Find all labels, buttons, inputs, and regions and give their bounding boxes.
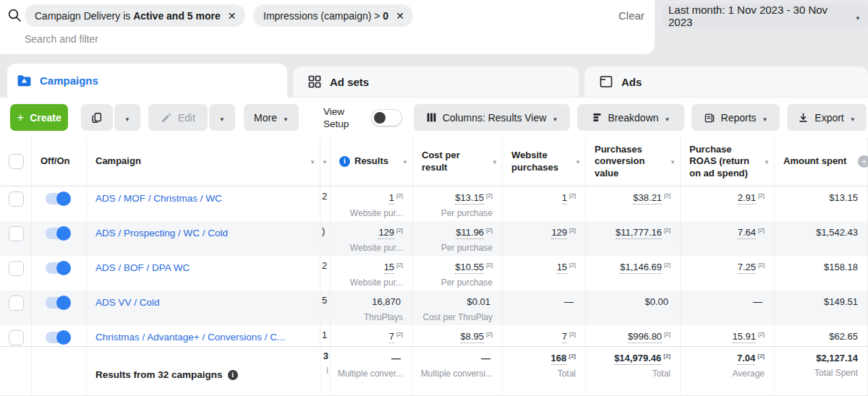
tab-ad-sets-label: Ad sets <box>330 76 369 88</box>
close-icon[interactable] <box>396 10 404 22</box>
reports-button[interactable]: Reports <box>692 104 780 131</box>
col-header-purchase-roas[interactable]: Purchase ROAS (return on ad spend) <box>681 137 775 186</box>
campaign-link[interactable]: ADS VV / Cold <box>95 297 160 308</box>
col-header-purchases-conversion-value[interactable]: Purchases conversion value <box>586 137 681 186</box>
info-icon[interactable] <box>339 156 350 167</box>
tab-ad-sets[interactable]: Ad sets <box>293 66 579 98</box>
toggle-knob <box>56 330 71 345</box>
export-button[interactable]: Export <box>787 104 867 131</box>
col-header-amount-spent[interactable]: Amount spent <box>775 137 868 186</box>
table-header: Off/On Campaign Results Cost per result … <box>0 137 868 186</box>
ads-manager-screen: Campaign Delivery is Active and 5 more I… <box>0 0 868 396</box>
summary-clipped-cell: 3 l <box>320 347 331 395</box>
conversion-value-cell: $38.21[2] <box>586 186 681 221</box>
summary-website-purchases-cell: 168[2] Total <box>503 347 586 395</box>
search-input[interactable] <box>25 33 386 45</box>
chevron-down-icon <box>219 112 225 124</box>
campaign-link[interactable]: ADS / Prospecting / WC / Cold <box>95 228 228 238</box>
tab-campaigns[interactable]: Campaigns <box>7 64 287 98</box>
chevron-down-icon <box>124 112 130 124</box>
cost-per-result-cell: $10.55[2] Per purchase <box>413 256 503 290</box>
website-purchases-cell: 1[2] <box>503 186 586 221</box>
row-checkbox[interactable] <box>9 226 24 241</box>
tab-ads[interactable]: Ads <box>584 66 868 98</box>
row-toggle-cell <box>32 186 87 221</box>
toggle-knob <box>56 191 71 206</box>
col-header-cost-per-result[interactable]: Cost per result <box>413 137 503 186</box>
results-cell: 129[2] Website pur... <box>331 221 413 256</box>
view-setup-toggle[interactable] <box>372 110 401 126</box>
col-header-results[interactable]: Results <box>331 137 413 186</box>
date-range-selector[interactable]: Last month: 1 Nov 2023 - 30 Nov 2023 <box>661 4 868 28</box>
amount-spent-cell: $62.65 <box>775 325 868 346</box>
roas-cell: — <box>681 290 775 325</box>
row-checkbox[interactable] <box>9 330 24 345</box>
row-checkbox[interactable] <box>9 261 24 276</box>
toggle-knob <box>56 261 71 275</box>
reports-icon <box>704 112 715 124</box>
row-checkbox[interactable] <box>9 296 24 311</box>
table-row: ADS / BOF / DPA WC 2 15[2] Website pur..… <box>0 256 868 290</box>
filter-chip-impressions[interactable]: Impressions (campaign) > 0 <box>253 4 413 27</box>
table-row: ADS / MOF / Christmas / WC 2 1[2] Websit… <box>0 186 868 221</box>
sort-caret-icon[interactable] <box>492 155 498 167</box>
info-icon[interactable] <box>228 370 238 380</box>
campaign-link[interactable]: Christmas / Advantage+ / Conversions / C… <box>95 332 285 343</box>
roas-cell: 15.91[2] <box>681 325 775 346</box>
ads-window-icon <box>599 74 613 89</box>
row-checkbox-cell <box>0 186 32 221</box>
sort-caret-icon[interactable] <box>670 155 676 167</box>
filter-chip-text: Campaign Delivery is Active and 5 more <box>35 10 221 22</box>
campaign-name-cell: ADS / MOF / Christmas / WC <box>87 186 320 221</box>
results-cell: 16,870 ThruPlays <box>331 290 413 325</box>
clipped-cell: 2 <box>320 186 331 221</box>
conversion-value-cell: $11,777.16[2] <box>586 221 681 256</box>
table-row: ADS VV / Cold 5 16,870 ThruPlays $0.01 C… <box>0 290 868 325</box>
row-toggle-cell <box>32 325 87 346</box>
roas-cell: 7.25[2] <box>681 256 775 290</box>
roas-cell: 7.64[2] <box>681 221 775 256</box>
results-cell: 1[2] Website pur... <box>331 186 413 221</box>
campaign-toggle[interactable] <box>46 332 69 343</box>
sort-caret-icon[interactable] <box>310 155 315 167</box>
chevron-down-icon <box>850 112 856 124</box>
filter-panel: Campaign Delivery is Active and 5 more I… <box>0 0 655 54</box>
website-purchases-cell: 129[2] <box>503 221 586 256</box>
sort-caret-icon[interactable] <box>764 155 770 167</box>
edit-button[interactable]: Edit <box>148 104 208 131</box>
cost-per-result-cell: $0.01 Cost per ThruPlay <box>413 290 503 325</box>
row-toggle-cell <box>32 290 87 325</box>
clear-filters-button[interactable]: Clear <box>618 9 644 22</box>
campaigns-table: Off/On Campaign Results Cost per result … <box>0 137 868 396</box>
duplicate-button[interactable] <box>81 104 113 131</box>
conversion-value-cell: $996.80[2] <box>586 325 681 346</box>
select-all-checkbox[interactable] <box>9 154 24 169</box>
duplicate-dropdown-button[interactable] <box>114 104 140 131</box>
col-header-campaign[interactable]: Campaign <box>87 137 320 186</box>
campaign-toggle[interactable] <box>46 297 69 309</box>
columns-button[interactable]: Columns: Results View <box>414 104 570 131</box>
col-header-website-purchases[interactable]: Website purchases <box>503 137 586 186</box>
add-column-icon[interactable] <box>858 155 868 168</box>
campaign-link[interactable]: ADS / BOF / DPA WC <box>95 262 190 273</box>
sort-caret-icon[interactable] <box>575 155 581 167</box>
cost-per-result-cell: $13.15[2] Per purchase <box>413 186 503 221</box>
copy-icon <box>90 111 103 124</box>
edit-dropdown-button[interactable] <box>209 104 235 131</box>
breakdown-button[interactable]: Breakdown <box>577 104 684 131</box>
create-button[interactable]: Create <box>10 104 68 131</box>
export-icon <box>798 112 809 123</box>
sort-caret-icon[interactable] <box>402 155 408 167</box>
summary-toggle-cell <box>32 347 87 395</box>
results-cell: 7[2] <box>331 325 413 346</box>
row-checkbox[interactable] <box>9 191 24 207</box>
campaign-toggle[interactable] <box>46 228 69 239</box>
amount-spent-cell: $158.18 <box>775 256 868 290</box>
campaign-link[interactable]: ADS / MOF / Christmas / WC <box>95 193 222 204</box>
filter-chip-campaign-delivery[interactable]: Campaign Delivery is Active and 5 more <box>25 4 245 27</box>
table-row: ADS / Prospecting / WC / Cold ) 129[2] W… <box>0 221 868 256</box>
campaign-toggle[interactable] <box>46 193 69 205</box>
close-icon[interactable] <box>228 10 237 22</box>
campaign-toggle[interactable] <box>46 262 69 274</box>
more-button[interactable]: More <box>244 104 299 131</box>
